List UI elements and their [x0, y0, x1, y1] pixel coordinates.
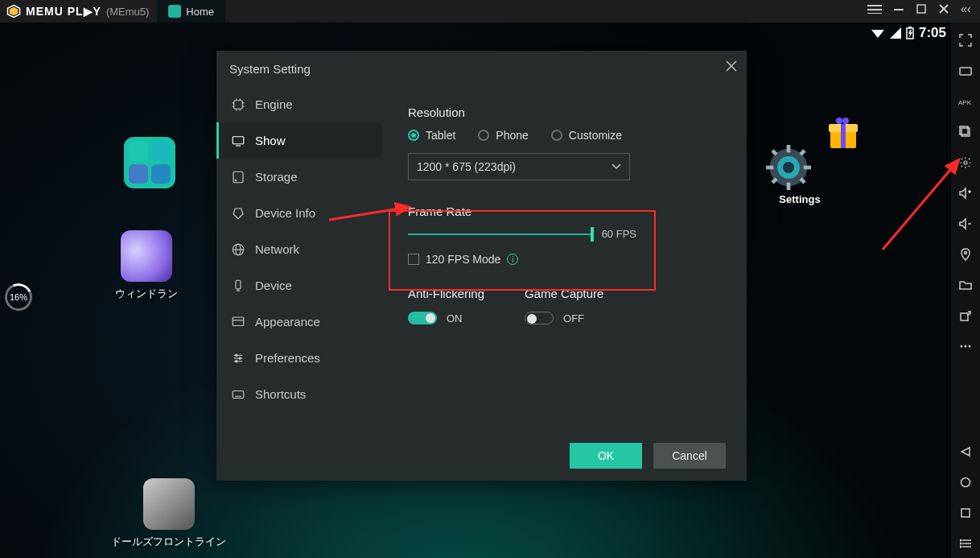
- svg-point-54: [236, 360, 237, 362]
- app-label-windrun: ウィンドラン: [109, 287, 183, 301]
- section-framerate-title: Frame Rate: [408, 205, 747, 218]
- svg-point-70: [965, 252, 967, 254]
- svg-point-82: [960, 543, 961, 544]
- settings-sidebar: Engine Show Storage Device Info Network: [216, 86, 382, 431]
- sidebar-item-appearance[interactable]: Appearance: [216, 304, 382, 340]
- svg-rect-28: [234, 100, 243, 109]
- minimize-icon[interactable]: [893, 3, 904, 14]
- title-bar: MEMU PL▶Y (MEmu5) Home «‹: [0, 0, 980, 23]
- collapse-right-icon[interactable]: «‹: [961, 3, 975, 14]
- svg-rect-18: [787, 145, 791, 152]
- label-120fps: 120 FPS Mode: [426, 253, 500, 266]
- apk-icon[interactable]: APK: [957, 93, 974, 110]
- sidebar-item-storage[interactable]: Storage: [216, 159, 382, 195]
- svg-text:APK: APK: [958, 99, 972, 106]
- svg-point-53: [239, 357, 241, 358]
- framerate-value: 60 FPS: [602, 228, 636, 240]
- radio-tablet[interactable]: Tablet: [408, 129, 455, 142]
- svg-marker-68: [960, 219, 966, 229]
- close-icon[interactable]: [726, 60, 737, 74]
- svg-point-74: [969, 345, 971, 348]
- cancel-button[interactable]: Cancel: [653, 443, 726, 469]
- right-toolbar: APK: [951, 23, 980, 558]
- sidebar-item-network[interactable]: Network: [216, 231, 382, 267]
- svg-rect-71: [961, 313, 968, 320]
- app-name: MEMU PL▶Y: [26, 5, 101, 18]
- maximize-icon[interactable]: [916, 3, 927, 14]
- tab-home-label: Home: [186, 6, 214, 18]
- svg-marker-75: [961, 448, 970, 456]
- folder-icon[interactable]: [957, 277, 974, 293]
- sidebar-item-device-info[interactable]: Device Info: [216, 195, 382, 231]
- svg-marker-11: [890, 27, 901, 39]
- progress-circle: 16%: [1, 279, 36, 315]
- app-folder-icon[interactable]: [113, 137, 187, 193]
- sidebar-item-preferences[interactable]: Preferences: [216, 340, 382, 376]
- resolution-dropdown[interactable]: 1200 * 675 (223dpi): [408, 153, 630, 180]
- nav-home-icon[interactable]: [957, 474, 974, 490]
- svg-marker-1: [10, 7, 19, 16]
- battery-icon: [906, 27, 914, 39]
- ok-button[interactable]: OK: [570, 443, 642, 469]
- svg-point-64: [964, 161, 967, 164]
- radio-phone[interactable]: Phone: [478, 129, 528, 142]
- android-desktop: 7:05 ウィンドラン 16% Settings ドールズフロントライン Sys…: [0, 23, 951, 558]
- sidebar-item-engine[interactable]: Engine: [216, 86, 382, 122]
- app-icon-dfl[interactable]: ドールズフロントライン: [111, 478, 226, 549]
- home-tab-icon: [168, 5, 181, 18]
- svg-rect-55: [233, 391, 244, 398]
- wifi-icon: [871, 27, 885, 39]
- svg-rect-19: [787, 183, 791, 190]
- section-gamecapture-title: Game Capture: [525, 287, 603, 300]
- gear-icon[interactable]: [957, 155, 974, 171]
- svg-rect-21: [804, 166, 811, 170]
- modal-header: System Setting: [216, 51, 747, 86]
- modal-footer: OK Cancel: [216, 431, 747, 481]
- rotate-icon[interactable]: [957, 308, 974, 324]
- svg-rect-77: [961, 509, 970, 517]
- volume-down-icon[interactable]: [957, 216, 974, 232]
- toggle-gamecapture[interactable]: [525, 312, 554, 324]
- memu-logo-icon: [6, 4, 21, 19]
- svg-rect-60: [960, 68, 971, 75]
- framerate-slider[interactable]: [408, 234, 594, 235]
- section-antiflicker-title: Anti-Flickering: [408, 287, 484, 300]
- sidebar-item-show[interactable]: Show: [216, 122, 382, 159]
- multi-window-icon[interactable]: [957, 124, 974, 140]
- svg-rect-44: [236, 280, 241, 289]
- svg-rect-37: [233, 136, 244, 143]
- close-window-icon[interactable]: [938, 3, 949, 14]
- slider-thumb[interactable]: [591, 227, 594, 242]
- svg-point-72: [961, 345, 963, 348]
- checkbox-120fps[interactable]: [408, 254, 419, 265]
- radio-customize[interactable]: Customize: [551, 129, 622, 142]
- app-label-dfl: ドールズフロントライン: [111, 535, 226, 549]
- location-icon[interactable]: [957, 246, 974, 262]
- keymap-icon[interactable]: [957, 63, 974, 79]
- volume-up-icon[interactable]: [957, 185, 974, 201]
- resolution-dropdown-value: 1200 * 675 (223dpi): [417, 160, 516, 173]
- nav-list-icon[interactable]: [957, 535, 974, 552]
- svg-marker-65: [960, 188, 966, 198]
- svg-point-76: [961, 478, 970, 487]
- android-statusbar: 7:05: [871, 23, 951, 43]
- svg-point-40: [235, 180, 237, 181]
- antiflicker-state: ON: [447, 312, 463, 324]
- menu-icon[interactable]: [867, 4, 882, 14]
- instance-label: (MEmu5): [106, 6, 149, 18]
- settings-modal: System Setting Engine Show Storage: [216, 51, 747, 481]
- info-icon[interactable]: i: [507, 254, 518, 265]
- svg-rect-6: [917, 5, 925, 13]
- app-icon-settings[interactable]: Settings: [763, 142, 837, 205]
- sidebar-item-shortcuts[interactable]: Shortcuts: [216, 376, 382, 412]
- nav-recent-icon[interactable]: [957, 505, 974, 521]
- nav-back-icon[interactable]: [957, 444, 974, 460]
- tab-home[interactable]: Home: [157, 0, 225, 23]
- app-logo: MEMU PL▶Y (MEmu5): [0, 4, 149, 19]
- app-icon-windrun[interactable]: ウィンドラン: [109, 230, 183, 301]
- fullscreen-icon[interactable]: [957, 32, 974, 48]
- more-icon[interactable]: [957, 338, 974, 354]
- toggle-antiflicker[interactable]: [408, 312, 437, 324]
- sidebar-item-device[interactable]: Device: [216, 267, 382, 304]
- svg-rect-13: [908, 27, 912, 28]
